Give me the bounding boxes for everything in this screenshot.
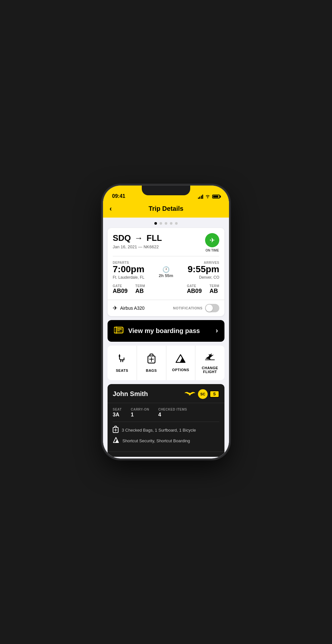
change-flight-action[interactable]: CHANGE FLIGHT [195, 346, 224, 380]
passenger-card: John Smith S SC [108, 384, 224, 457]
destination-code: FLL [147, 233, 162, 243]
arr-gate-group: GATE AB09 TERM AB [187, 284, 219, 295]
arr-term-value: AB [210, 288, 219, 295]
dot-2 [160, 222, 162, 225]
flight-card: SDQ → FLL Jan 16, 2021 — NK6622 ✈ [108, 228, 224, 316]
dep-gate-label: GATE [113, 284, 128, 288]
carry-on-col: CARRY-ON 1 [131, 408, 149, 418]
baggage-icon [113, 426, 119, 435]
dot-1 [154, 222, 157, 225]
bp-left: View my boarding pass [114, 326, 200, 336]
add-info-button[interactable]: ADD INFO [108, 452, 224, 457]
dot-5 [175, 222, 178, 225]
on-time-badge: ✈ ON TIME [205, 233, 219, 252]
passenger-name: John Smith [113, 390, 148, 398]
departs-time: 7:00pm [113, 264, 144, 274]
options-icon [175, 354, 186, 365]
signal-bars-icon [198, 195, 203, 199]
dep-term-block: TERM AB [135, 284, 145, 295]
seat-value: 3A [113, 412, 122, 418]
dot-3 [165, 222, 167, 225]
departure-block: DEPARTS 7:00pm Ft. Lauderdale, FL [113, 261, 144, 280]
dep-gate-block: GATE AB09 [113, 284, 128, 295]
checked-value: 4 [158, 412, 187, 418]
change-flight-icon [205, 352, 215, 363]
toggle-knob [206, 305, 213, 312]
arrives-city: Denver, CO [188, 275, 219, 280]
arrives-time: 9:55pm [188, 264, 219, 274]
flight-times: DEPARTS 7:00pm Ft. Lauderdale, FL 🕐 2h 5… [108, 256, 224, 284]
dot-4 [170, 222, 172, 225]
options-label: OPTIONS [172, 368, 189, 372]
options-action[interactable]: OPTIONS [166, 346, 196, 380]
aircraft-name: Airbus A320 [120, 306, 145, 311]
notch [142, 186, 190, 195]
dep-term-value: AB [135, 288, 145, 295]
battery-icon [212, 195, 220, 199]
aircraft-row: ✈ Airbus A320 NOTIFICATIONS [108, 300, 224, 316]
baggage-text: 3 Checked Bags, 1 Surfboard, 1 Bicycle [122, 428, 196, 433]
services-row: Shortcut Security, Shortcut Boarding [113, 437, 219, 445]
svg-rect-3 [117, 328, 122, 329]
notifications-section: NOTIFICATIONS [173, 304, 219, 312]
carry-on-label: CARRY-ON [131, 408, 149, 411]
gate-row: GATE AB09 TERM AB GATE AB09 TERM [108, 284, 224, 300]
status-time: 09:41 [112, 193, 125, 199]
on-time-circle: ✈ [205, 233, 219, 247]
seats-label: SEATS [116, 369, 128, 372]
page-dots [103, 218, 229, 228]
quick-actions: SEATS BAGS [108, 346, 224, 380]
duration-text: 2h 55m [159, 273, 173, 278]
duration-block: 🕐 2h 55m [159, 261, 173, 278]
aircraft-plane-icon: ✈ [113, 305, 118, 312]
add-info-label: ADD INFO [154, 456, 179, 457]
dep-term-label: TERM [135, 284, 145, 288]
baggage-row: 3 Checked Bags, 1 Surfboard, 1 Bicycle [113, 426, 219, 435]
page-title: Trip Details [149, 205, 183, 212]
boarding-pass-button[interactable]: View my boarding pass › [108, 320, 224, 342]
aircraft-info: ✈ Airbus A320 [113, 305, 145, 312]
origin-code: SDQ [113, 233, 131, 243]
boarding-pass-icon [114, 326, 124, 336]
svg-text:S: S [189, 392, 191, 396]
arr-gate-block: GATE AB09 [187, 284, 202, 295]
s-badge: S [210, 391, 219, 398]
flight-number: NK6622 [143, 244, 159, 249]
sc-badge: SC [198, 389, 208, 399]
svg-marker-10 [180, 357, 185, 362]
divider-2 [113, 422, 219, 422]
services-icon [113, 437, 119, 445]
flight-date: Jan 16, 2021 [113, 244, 137, 249]
passenger-header: John Smith S SC [108, 384, 224, 403]
bag-icon [147, 353, 156, 366]
flight-route: SDQ → FLL [113, 233, 162, 243]
boarding-pass-arrow: › [216, 327, 218, 335]
bags-action[interactable]: BAGS [137, 346, 166, 380]
clock-icon: 🕐 [162, 266, 170, 273]
boarding-pass-label: View my boarding pass [128, 327, 200, 335]
svg-point-5 [119, 355, 120, 357]
services-text: Shortcut Security, Shortcut Boarding [122, 438, 190, 443]
phone-screen: 09:41 ‹ Trip D [103, 186, 229, 458]
change-flight-label: CHANGE FLIGHT [198, 366, 222, 374]
dep-gate-value: AB09 [113, 288, 128, 295]
departs-city: Ft. Lauderdale, FL [113, 275, 144, 280]
seat-icon [117, 353, 127, 366]
flight-card-header: SDQ → FLL Jan 16, 2021 — NK6622 ✈ [108, 228, 224, 256]
carry-on-value: 1 [131, 412, 149, 418]
loyalty-badges: S SC S [184, 389, 219, 399]
svg-rect-4 [117, 330, 120, 331]
seats-action[interactable]: SEATS [108, 346, 137, 380]
detail-row-1: SEAT 3A CARRY-ON 1 CHECKED ITEMS 4 [113, 408, 219, 418]
phone-frame: 09:41 ‹ Trip D [103, 186, 229, 458]
app-header: ‹ Trip Details [103, 202, 229, 218]
notifications-label: NOTIFICATIONS [173, 306, 202, 310]
flight-status: ON TIME [205, 249, 219, 252]
back-button[interactable]: ‹ [109, 205, 112, 213]
arr-term-label: TERM [210, 284, 219, 288]
notifications-toggle[interactable] [205, 304, 219, 312]
passenger-details: SEAT 3A CARRY-ON 1 CHECKED ITEMS 4 [108, 403, 224, 452]
wings-badge: S [184, 391, 196, 398]
seat-col: SEAT 3A [113, 408, 122, 418]
checked-col: CHECKED ITEMS 4 [158, 408, 187, 418]
